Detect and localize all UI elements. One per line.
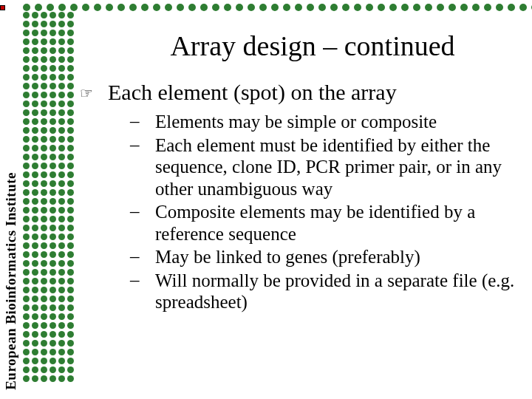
green-dot-icon: [32, 313, 38, 320]
green-dot-icon: [67, 207, 74, 214]
green-dot-icon: [58, 322, 65, 329]
sub-bullet-text: Will normally be provided in a separate …: [155, 270, 523, 313]
green-dot-icon: [58, 4, 66, 11]
green-dot-icon: [50, 260, 56, 267]
green-dot-icon: [67, 242, 74, 249]
green-dot-icon: [50, 145, 56, 151]
green-dot-icon: [50, 225, 56, 231]
green-dot-icon: [401, 4, 409, 11]
green-dot-icon: [67, 366, 74, 373]
green-dot-icon: [106, 4, 113, 11]
sub-bullet-item: –Will normally be provided in a separate…: [130, 270, 523, 313]
green-dot-icon: [425, 4, 432, 11]
green-dot-icon: [58, 331, 65, 338]
green-dot-icon: [58, 154, 65, 160]
slide-title: Array design – continued: [102, 30, 523, 62]
green-dot-icon: [460, 4, 468, 11]
green-dot-icon: [67, 304, 74, 311]
green-dot-icon: [67, 340, 74, 347]
green-dot-icon: [41, 251, 47, 258]
green-dot-icon: [23, 331, 30, 338]
green-dot-icon: [32, 21, 38, 27]
green-dot-icon: [58, 198, 65, 205]
green-dot-icon: [484, 4, 491, 11]
green-dot-icon: [58, 118, 65, 125]
green-dot-column: [58, 12, 65, 396]
green-dot-icon: [58, 269, 65, 276]
green-dot-icon: [50, 171, 56, 178]
green-dot-icon: [259, 4, 267, 11]
green-dot-icon: [354, 4, 361, 11]
green-dot-icon: [389, 4, 397, 11]
green-dot-icon: [67, 216, 74, 222]
green-dot-icon: [248, 4, 255, 11]
green-dot-icon: [32, 242, 38, 249]
green-dot-icon: [32, 109, 38, 116]
green-dot-icon: [41, 92, 47, 98]
green-dot-icon: [58, 225, 65, 231]
dash-bullet-icon: –: [130, 246, 155, 267]
green-dot-icon: [70, 4, 78, 11]
green-dot-icon: [32, 56, 38, 63]
green-dot-icon: [82, 4, 89, 11]
green-dot-icon: [472, 4, 480, 11]
green-dot-icon: [50, 74, 56, 81]
green-dot-icon: [32, 304, 38, 311]
green-dot-icon: [50, 216, 56, 222]
green-dot-icon: [23, 269, 30, 276]
green-dot-icon: [41, 375, 47, 382]
green-dot-icon: [67, 74, 74, 81]
green-dot-icon: [23, 92, 30, 98]
green-dot-icon: [58, 74, 65, 81]
green-dot-icon: [50, 251, 56, 258]
green-dot-icon: [50, 189, 56, 196]
green-dot-icon: [50, 296, 56, 302]
green-dot-icon: [32, 349, 38, 355]
green-dot-icon: [41, 163, 47, 169]
green-dot-icon: [41, 260, 47, 267]
green-dot-icon: [23, 375, 30, 382]
green-dot-icon: [32, 171, 38, 178]
green-dot-icon: [50, 83, 56, 89]
green-dot-icon: [41, 109, 47, 116]
green-dot-column: [41, 12, 47, 396]
green-dot-icon: [58, 358, 65, 364]
green-dot-icon: [58, 109, 65, 116]
sub-bullet-text: May be linked to genes (preferably): [155, 246, 420, 268]
green-dot-icon: [23, 21, 30, 27]
green-dot-icon: [67, 287, 74, 293]
green-dot-icon: [366, 4, 373, 11]
green-dot-icon: [50, 136, 56, 143]
green-dot-icon: [50, 109, 56, 116]
green-dot-icon: [41, 171, 47, 178]
green-dot-icon: [67, 358, 74, 364]
green-dot-icon: [32, 12, 38, 18]
green-dot-icon: [67, 269, 74, 276]
green-dot-icon: [23, 12, 30, 18]
green-dot-icon: [67, 47, 74, 54]
green-dot-icon: [41, 136, 47, 143]
green-dot-icon: [23, 118, 30, 125]
green-dot-icon: [67, 278, 74, 284]
green-dot-icon: [23, 47, 30, 54]
green-dot-icon: [50, 313, 56, 320]
green-dot-icon: [58, 30, 65, 36]
green-dot-icon: [67, 180, 74, 187]
green-dot-icon: [41, 127, 47, 134]
decorative-dot-row: [0, 3, 532, 12]
green-dot-icon: [23, 304, 30, 311]
green-dot-icon: [50, 65, 56, 72]
green-dot-icon: [41, 207, 47, 214]
green-dot-icon: [41, 180, 47, 187]
green-dot-icon: [41, 225, 47, 231]
green-dot-icon: [67, 127, 74, 134]
green-dot-icon: [50, 47, 56, 54]
green-dot-icon: [318, 4, 326, 11]
green-dot-icon: [23, 207, 30, 214]
green-dot-icon: [23, 30, 30, 36]
green-dot-icon: [58, 233, 65, 240]
green-dot-icon: [23, 100, 30, 107]
green-dot-icon: [32, 278, 38, 284]
green-dot-icon: [32, 287, 38, 293]
green-dot-icon: [41, 118, 47, 125]
